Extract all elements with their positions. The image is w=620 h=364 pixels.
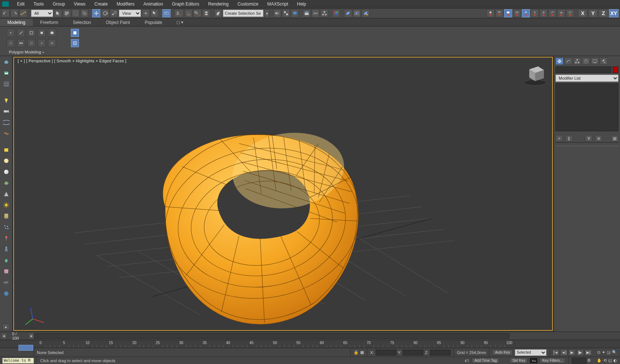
ribbon-group-label[interactable]: Polygon Modeling xyxy=(9,50,44,54)
sun-icon[interactable] xyxy=(2,201,11,209)
timeline-ruler[interactable]: 0510152025303540455055606570758085909510… xyxy=(41,340,509,348)
isolate-button[interactable]: ⊙ xyxy=(597,350,600,355)
sphere-icon[interactable] xyxy=(2,156,11,165)
text-hp-icon[interactable]: HP xyxy=(2,278,11,287)
curve-editor-button[interactable] xyxy=(311,9,320,17)
rectangle-select-button[interactable] xyxy=(72,9,80,17)
autokey-button[interactable]: Auto Key xyxy=(492,350,513,355)
viewport-canvas[interactable] xyxy=(14,58,552,330)
ribbon-border-button[interactable] xyxy=(27,29,35,37)
toggle-ribbon-button[interactable] xyxy=(303,9,311,17)
motion-tab-icon[interactable] xyxy=(582,58,590,65)
dynamics-icon[interactable] xyxy=(2,234,11,243)
select-by-name-button[interactable] xyxy=(63,9,71,17)
ribbon-constraint-button[interactable] xyxy=(71,39,79,47)
configure-sets-button[interactable]: ▤ xyxy=(611,135,619,142)
display-tab-icon[interactable] xyxy=(591,58,599,65)
object-color-swatch[interactable] xyxy=(613,66,619,73)
ribbon-detach-button[interactable] xyxy=(27,39,35,47)
menu-tools[interactable]: Tools xyxy=(29,0,48,8)
menu-rendering[interactable]: Rendering xyxy=(204,0,233,8)
ribbon-collapse-button[interactable] xyxy=(7,39,15,47)
menu-customize[interactable]: Customize xyxy=(233,0,263,8)
utilities-tab-icon[interactable] xyxy=(600,58,608,65)
add-time-tag-button[interactable]: Add Time Tag xyxy=(472,358,499,363)
viewcube[interactable] xyxy=(520,60,550,89)
teapot2-icon[interactable] xyxy=(2,178,11,187)
grid-icon[interactable] xyxy=(2,80,11,89)
palette-expand-button[interactable]: ▸ xyxy=(2,323,10,330)
zoom-button[interactable]: 🔍 xyxy=(612,350,617,355)
snap-endpoint-button[interactable] xyxy=(531,9,539,17)
teapot-icon[interactable] xyxy=(2,58,11,66)
align-button[interactable] xyxy=(282,9,290,17)
light-icon[interactable] xyxy=(2,96,11,105)
modifier-list-dropdown[interactable]: Modifier List xyxy=(555,74,619,82)
y-coord-input[interactable] xyxy=(403,350,423,356)
ribbon-cut-button[interactable] xyxy=(48,39,56,47)
time-config-button[interactable]: ⚙ xyxy=(587,358,591,363)
named-selection-dropdown-arrow[interactable]: ▾ xyxy=(264,9,269,17)
snap-vertex-button[interactable] xyxy=(486,9,495,17)
transform-type-in-icon[interactable]: ▦ xyxy=(360,350,364,355)
material-editor-button[interactable] xyxy=(332,9,340,17)
earth-icon[interactable] xyxy=(2,289,11,298)
tag-icon[interactable]: 🏷 xyxy=(465,358,469,363)
cloth-icon[interactable] xyxy=(2,267,11,276)
select-and-rotate-button[interactable] xyxy=(101,9,109,17)
snap-toggle-button[interactable]: 3◡ xyxy=(174,9,184,17)
zoom-extents-button[interactable]: ◲ xyxy=(607,350,610,355)
z-coord-input[interactable] xyxy=(430,350,451,356)
menu-create[interactable]: Create xyxy=(90,0,112,8)
ribbon-minimize-button[interactable]: ▢ ▾ xyxy=(173,19,186,26)
menu-edit[interactable]: Edit xyxy=(13,0,29,8)
menu-maxscript[interactable]: MAXScript xyxy=(263,0,293,8)
orbit-button[interactable]: ⟲ xyxy=(603,358,607,363)
maxscript-listener[interactable] xyxy=(2,358,34,364)
time-slider[interactable] xyxy=(18,345,33,351)
timeline-track[interactable] xyxy=(34,333,509,339)
goto-end-button[interactable]: ▶| xyxy=(585,349,592,356)
edit-named-selection-button[interactable]: ABC xyxy=(214,9,222,17)
axis-z-button[interactable]: Z xyxy=(599,9,608,17)
select-and-move-button[interactable] xyxy=(92,9,100,17)
hierarchy-tab-icon[interactable] xyxy=(573,58,581,65)
viewport-label[interactable]: [ + ] [ Perspective ] [ Smooth + Highlig… xyxy=(18,59,127,63)
mirror-button[interactable] xyxy=(273,9,281,17)
remove-modifier-button[interactable]: ⊘ xyxy=(595,135,602,142)
cylinder-icon[interactable] xyxy=(2,212,11,221)
lock-icon[interactable]: 🔒 xyxy=(354,350,359,355)
current-frame-input[interactable] xyxy=(572,358,586,364)
render-setup-button[interactable] xyxy=(344,9,352,17)
window-crossing-button[interactable] xyxy=(80,9,89,17)
menu-group[interactable]: Group xyxy=(48,0,69,8)
set-key-big-button[interactable]: 🗝 xyxy=(530,358,537,363)
percent-snap-button[interactable]: %◡ xyxy=(193,9,202,17)
ribbon-vertex-button[interactable] xyxy=(7,29,15,37)
redo-button[interactable] xyxy=(10,9,18,17)
undo-button[interactable] xyxy=(1,9,10,17)
menu-animation[interactable]: Animation xyxy=(139,0,168,8)
keyboard-shortcut-toggle[interactable] xyxy=(162,9,170,17)
select-object-button[interactable] xyxy=(54,9,62,17)
use-pivot-center-button[interactable] xyxy=(142,9,150,17)
snap-face-button[interactable] xyxy=(504,9,512,17)
key-filters-button[interactable]: Key Filters... xyxy=(540,358,565,363)
viewport[interactable]: [ + ] [ Perspective ] [ Smooth + Highlig… xyxy=(13,57,553,331)
fov-button[interactable]: ◐ xyxy=(613,358,617,363)
tab-selection[interactable]: Selection xyxy=(65,19,98,26)
reference-coord-dropdown[interactable]: View xyxy=(119,10,141,17)
d3-button[interactable]: ✦ xyxy=(602,350,605,355)
layer-manager-button[interactable] xyxy=(291,9,299,17)
pin-stack-button[interactable]: ⟛ xyxy=(555,135,563,142)
image-plane-icon[interactable] xyxy=(2,69,11,77)
object-name-input[interactable] xyxy=(555,66,612,73)
menu-graph-editors[interactable]: Graph Editors xyxy=(168,0,204,8)
ribbon-polygon-button[interactable] xyxy=(38,29,46,37)
rendered-frame-button[interactable] xyxy=(353,9,361,17)
camera-icon[interactable] xyxy=(2,107,11,116)
cone-icon[interactable] xyxy=(2,190,11,198)
named-selection-input[interactable] xyxy=(223,10,264,17)
box-icon[interactable] xyxy=(2,145,11,154)
x-coord-input[interactable] xyxy=(376,350,396,356)
